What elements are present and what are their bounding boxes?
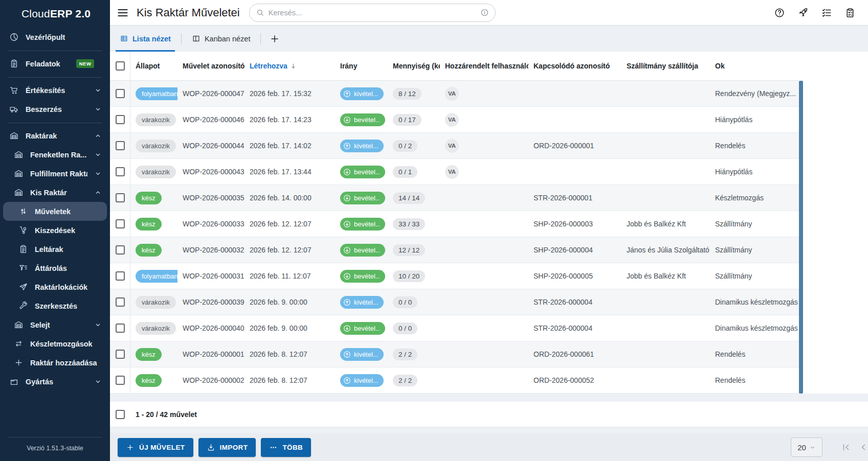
row-checkbox[interactable] xyxy=(116,324,125,333)
summary-checkbox[interactable] xyxy=(116,410,125,419)
sidebar-item-raktar-hozzaadasa[interactable]: Raktár hozzáadása xyxy=(0,353,110,372)
table-row[interactable]: készWOP-2026-0000332026 feb. 12. 12:07be… xyxy=(110,211,799,237)
row-checkbox[interactable] xyxy=(116,115,125,124)
row-checkbox-cell xyxy=(110,263,130,289)
column-header-carrier[interactable]: Szállítmány szállítója xyxy=(621,62,710,70)
column-header-status[interactable]: Állapot xyxy=(130,62,177,70)
search-info-icon[interactable] xyxy=(480,8,489,17)
sidebar-item-raktarak[interactable]: Raktárak xyxy=(0,126,110,145)
sidebar-item-feneketlen-raktar[interactable]: Feneketlen Ra... xyxy=(0,145,110,164)
help-icon[interactable] xyxy=(774,7,785,18)
hand-truck-icon xyxy=(18,225,28,235)
tab-list-view[interactable]: Lista nézet xyxy=(118,26,173,52)
table-header-wrap: Állapot Művelet azonosítója Létrehozva I… xyxy=(110,52,868,81)
reason-cell: Dinamikus készletmozgás xyxy=(710,324,799,332)
table-row[interactable]: készWOP-2026-0000022026 feb. 8. 12:07kiv… xyxy=(110,367,799,394)
created-cell: 2026 feb. 12. 12:07 xyxy=(244,220,335,228)
sidebar-item-kis-raktar[interactable]: Kis Raktár xyxy=(0,183,110,202)
created-cell: 2026 feb. 11. 12:07 xyxy=(244,272,335,280)
row-checkbox[interactable] xyxy=(116,141,125,150)
column-header-related-id[interactable]: Kapcsolódó azonosító xyxy=(528,62,621,70)
reason-cell: Szállítmány xyxy=(710,220,799,228)
warehouse-icon xyxy=(14,320,24,330)
row-checkbox[interactable] xyxy=(116,89,125,98)
table-row[interactable]: várakozikWOP-2026-0000432026 feb. 17. 13… xyxy=(110,159,799,185)
assignee-cell: VA xyxy=(440,139,528,153)
row-checkbox[interactable] xyxy=(116,245,125,255)
more-button[interactable]: TÖBB xyxy=(261,438,311,457)
table-row[interactable]: készWOP-2026-0000352026 feb. 14. 00:00be… xyxy=(110,185,799,211)
sidebar-item-ertekesites[interactable]: Értékesítés xyxy=(0,81,110,100)
row-checkbox[interactable] xyxy=(116,193,125,202)
chevron-down-icon xyxy=(94,151,102,158)
assignee-avatar: VA xyxy=(445,165,459,179)
quantity-cell: 2 / 2 xyxy=(388,349,440,360)
sidebar-item-kiszedesek[interactable]: Kiszedések xyxy=(0,221,110,240)
column-header-assignee[interactable]: Hozzárendelt felhasználó xyxy=(440,62,528,70)
row-checkbox[interactable] xyxy=(116,219,125,228)
sidebar-item-raktarlokaciok[interactable]: Raktárlokációk xyxy=(0,278,110,296)
table-row[interactable]: várakozikWOP-2026-0000392026 feb. 9. 00:… xyxy=(110,289,799,315)
sidebar-item-szerkesztes[interactable]: Szerkesztés xyxy=(0,296,110,315)
sidebar-item-vezerlopult[interactable]: Vezérlőpult xyxy=(0,28,110,47)
select-all-checkbox[interactable] xyxy=(116,61,125,71)
cart-icon xyxy=(9,85,19,95)
checklist-icon[interactable] xyxy=(821,7,832,18)
status-cell: folyamatban xyxy=(130,270,177,283)
quantity-cell: 2 / 2 xyxy=(388,375,440,386)
sidebar-item-beszerzes[interactable]: Beszerzés xyxy=(0,100,110,119)
sidebar-item-leltarak[interactable]: Leltárak xyxy=(0,240,110,259)
search-box[interactable] xyxy=(249,4,496,22)
sidebar-item-keszletmozgasok[interactable]: Készletmozgások xyxy=(0,334,110,353)
sidebar-item-attarolas[interactable]: Áttárolás xyxy=(0,259,110,278)
reason-cell: Rendelés xyxy=(710,350,799,358)
table-vertical-scrollbar[interactable] xyxy=(799,81,803,394)
tab-kanban-view[interactable]: Kanban nézet xyxy=(190,26,253,52)
row-checkbox[interactable] xyxy=(116,167,125,176)
add-view-button[interactable] xyxy=(269,33,280,44)
ellipsis-icon xyxy=(269,443,278,452)
hamburger-menu-icon[interactable] xyxy=(116,6,129,19)
column-header-operation-id[interactable]: Művelet azonosítója xyxy=(177,62,244,70)
row-checkbox[interactable] xyxy=(116,271,125,281)
sidebar-item-fulfillment-raktar[interactable]: Fulfillment Raktár xyxy=(0,164,110,183)
import-button[interactable]: IMPORT xyxy=(198,438,256,457)
table-row[interactable]: készWOP-2026-0000322026 feb. 12. 12:07be… xyxy=(110,237,799,263)
sidebar-item-feladatok[interactable]: FeladatokNEW xyxy=(0,54,110,73)
direction-cell: bevétel... xyxy=(335,192,388,204)
column-header-reason[interactable]: Ok xyxy=(710,62,799,70)
operation-id-cell: WOP-2026-000032 xyxy=(177,246,244,254)
sidebar-item-selejt[interactable]: Selejt xyxy=(0,315,110,334)
sidebar-item-muveletek[interactable]: Műveletek xyxy=(3,202,107,221)
table-row[interactable]: várakozikWOP-2026-0000442026 feb. 17. 14… xyxy=(110,133,799,159)
rocket-icon[interactable] xyxy=(797,7,809,18)
row-checkbox[interactable] xyxy=(116,297,125,307)
direction-cell: bevétel... xyxy=(335,270,388,283)
row-checkbox[interactable] xyxy=(116,376,125,385)
sort-arrows-icon xyxy=(18,206,28,216)
prev-page-button[interactable] xyxy=(858,442,868,452)
column-header-quantity[interactable]: Mennyiség (kés xyxy=(388,62,440,70)
clipboard-tasks-icon[interactable] xyxy=(844,7,856,18)
column-header-direction[interactable]: Irány xyxy=(335,62,388,70)
column-header-created[interactable]: Létrehozva xyxy=(244,62,335,70)
status-badge: várakozik xyxy=(136,296,176,309)
table-row[interactable]: készWOP-2026-0000012026 feb. 8. 12:07kiv… xyxy=(110,341,799,367)
status-badge: kész xyxy=(136,348,162,361)
table-row[interactable]: várakozikWOP-2026-0000462026 feb. 17. 14… xyxy=(110,107,799,133)
search-input[interactable] xyxy=(264,9,480,17)
status-badge: folyamatban xyxy=(136,270,177,283)
first-page-button[interactable] xyxy=(841,442,851,452)
table-row[interactable]: folyamatbanWOP-2026-0000312026 feb. 11. … xyxy=(110,263,799,289)
caret-down-icon xyxy=(809,444,816,451)
row-checkbox[interactable] xyxy=(116,350,125,359)
new-operation-button[interactable]: ÚJ MŰVELET xyxy=(118,438,193,457)
status-cell: várakozik xyxy=(130,113,177,126)
sidebar-item-label: Selejt xyxy=(30,321,50,329)
row-count-summary: 1 - 20 / 42 művelet xyxy=(136,410,197,419)
warehouse-icon xyxy=(14,188,24,197)
table-row[interactable]: folyamatbanWOP-2026-0000472026 feb. 17. … xyxy=(110,81,799,107)
sidebar-item-gyartas[interactable]: Gyártás xyxy=(0,372,110,391)
page-size-select[interactable]: 20 xyxy=(791,437,822,457)
table-row[interactable]: várakozikWOP-2026-0000402026 feb. 9. 00:… xyxy=(110,315,799,341)
